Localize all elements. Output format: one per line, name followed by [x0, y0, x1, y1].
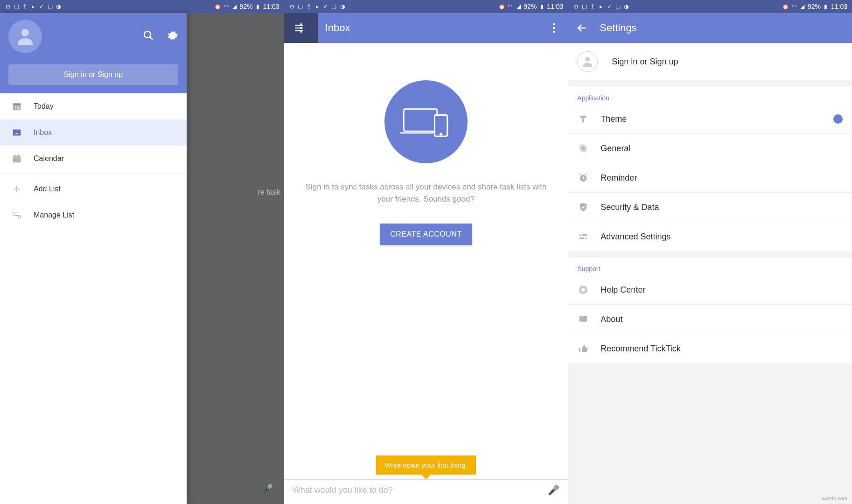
row-label: Reminder — [601, 173, 843, 183]
book-icon — [577, 313, 589, 325]
more-icon[interactable] — [547, 21, 560, 35]
picture-icon: ▢ — [615, 3, 621, 10]
signin-button[interactable]: Sign in or Sign up — [8, 64, 178, 85]
create-account-button[interactable]: CREATE ACCOUNT — [380, 224, 472, 245]
row-about[interactable]: About — [568, 305, 852, 334]
row-help-center[interactable]: Help Center — [568, 275, 852, 305]
svg-rect-33 — [580, 116, 587, 119]
svg-point-46 — [582, 288, 585, 291]
picture-icon: ▢ — [47, 3, 53, 10]
svg-rect-6 — [13, 156, 21, 163]
signin-row[interactable]: Sign in or Sign up — [568, 43, 852, 80]
nav-manage-list[interactable]: Manage List — [0, 202, 187, 228]
nav-list: 14 Today Inbox Calendar — [0, 93, 187, 228]
row-theme[interactable]: Theme — [568, 105, 852, 134]
status-bar: ⊙ ▢ ↥ ▸ ✓ ▢ ◑ ⏰ ◠ ◢ 92% ▮ 11:03 — [0, 0, 284, 13]
mic-icon[interactable]: 🎤 — [548, 484, 559, 496]
section-support: Support — [568, 258, 852, 275]
theme-icon — [577, 113, 589, 125]
row-advanced[interactable]: Advanced Settings — [568, 222, 852, 251]
battery-icon: ▮ — [823, 3, 829, 10]
avatar[interactable] — [8, 20, 42, 53]
battery-percent: 92% — [240, 3, 253, 10]
alarm-clock-icon — [577, 172, 589, 184]
nav-label: Calendar — [34, 154, 64, 163]
hamburger-icon[interactable] — [293, 21, 306, 35]
search-icon[interactable] — [143, 30, 154, 43]
plus-icon — [11, 183, 22, 195]
nav-inbox[interactable]: Inbox — [0, 119, 187, 146]
phone-3: ⊙ ▢ ↥ ▸ ✓ ▢ ◑ ⏰ ◠ ◢ 92% ▮ 11:03 Settings — [568, 0, 852, 504]
svg-point-30 — [440, 133, 442, 135]
row-label: About — [601, 315, 843, 324]
svg-point-0 — [21, 29, 29, 36]
row-recommend[interactable]: Recommend TickTick — [568, 334, 852, 363]
svg-rect-13 — [15, 213, 18, 213]
quick-add-row: 🎤 — [284, 479, 568, 504]
compass-icon: ◑ — [623, 3, 629, 10]
signal-icon: ◢ — [231, 3, 238, 10]
row-label: Sign in or Sign up — [612, 57, 843, 67]
nav-today[interactable]: 14 Today — [0, 93, 187, 119]
nav-label: Manage List — [34, 211, 74, 219]
check-icon: ✓ — [322, 3, 329, 10]
svg-point-43 — [581, 234, 583, 236]
svg-rect-9 — [18, 154, 19, 157]
image-icon: ▢ — [297, 3, 304, 10]
section-application: Application — [568, 87, 852, 105]
upload-icon: ↥ — [21, 3, 28, 10]
nav-label: Inbox — [34, 128, 52, 137]
nav-calendar[interactable]: Calendar — [0, 146, 187, 172]
wifi-icon: ◠ — [507, 3, 513, 10]
image-icon: ▢ — [581, 3, 587, 10]
row-label: General — [601, 144, 843, 154]
divider — [0, 174, 187, 174]
row-label: Help Center — [601, 285, 843, 295]
status-time: 11:03 — [547, 3, 563, 10]
watermark: wsxdn.com — [822, 496, 847, 501]
page-title: Inbox — [325, 22, 537, 34]
svg-rect-14 — [13, 215, 14, 216]
onboarding-tooltip: Write down your first thing. — [376, 455, 475, 475]
svg-rect-8 — [14, 154, 15, 157]
wifi-icon: ◠ — [791, 3, 797, 10]
play-icon: ▸ — [314, 3, 321, 10]
battery-percent: 92% — [524, 3, 537, 10]
alarm-icon: ⊙ — [289, 3, 295, 10]
picture-icon: ▢ — [331, 3, 337, 10]
upload-icon: ↥ — [306, 3, 312, 10]
alarm-icon: ⊙ — [573, 3, 579, 10]
nav-label: Today — [34, 102, 54, 111]
sliders-icon — [577, 231, 589, 243]
row-security[interactable]: Security & Data — [568, 193, 852, 222]
background-text-peek: re task — [258, 188, 280, 196]
play-icon: ▸ — [30, 3, 36, 10]
quick-add-input[interactable] — [293, 485, 542, 495]
nav-add-list[interactable]: Add List — [0, 176, 187, 202]
check-icon: ✓ — [38, 3, 45, 10]
svg-line-2 — [150, 37, 153, 40]
status-bar: ⊙ ▢ ↥ ▸ ✓ ▢ ◑ ⏰ ◠ ◢ 92% ▮ 11:03 — [284, 0, 568, 13]
battery-icon: ▮ — [255, 3, 261, 10]
svg-point-1 — [144, 31, 151, 38]
row-reminder[interactable]: Reminder — [568, 163, 852, 193]
back-icon[interactable] — [575, 21, 588, 35]
row-general[interactable]: General — [568, 134, 852, 163]
status-time: 11:03 — [263, 3, 279, 10]
mic-icon: 🎤 — [263, 483, 273, 494]
shield-icon — [577, 201, 589, 213]
svg-line-39 — [580, 174, 581, 175]
svg-rect-26 — [404, 109, 437, 132]
gear-icon — [577, 142, 589, 154]
status-time: 11:03 — [831, 3, 847, 10]
manage-list-icon — [11, 210, 22, 221]
nav-label: Add List — [34, 185, 61, 193]
inbox-icon — [11, 127, 22, 138]
svg-point-24 — [553, 27, 555, 29]
theme-color-dot — [833, 114, 843, 124]
gear-icon[interactable] — [167, 30, 178, 43]
svg-point-23 — [553, 23, 555, 25]
svg-point-44 — [584, 238, 586, 239]
compass-icon: ◑ — [339, 3, 346, 10]
help-icon — [577, 284, 589, 296]
